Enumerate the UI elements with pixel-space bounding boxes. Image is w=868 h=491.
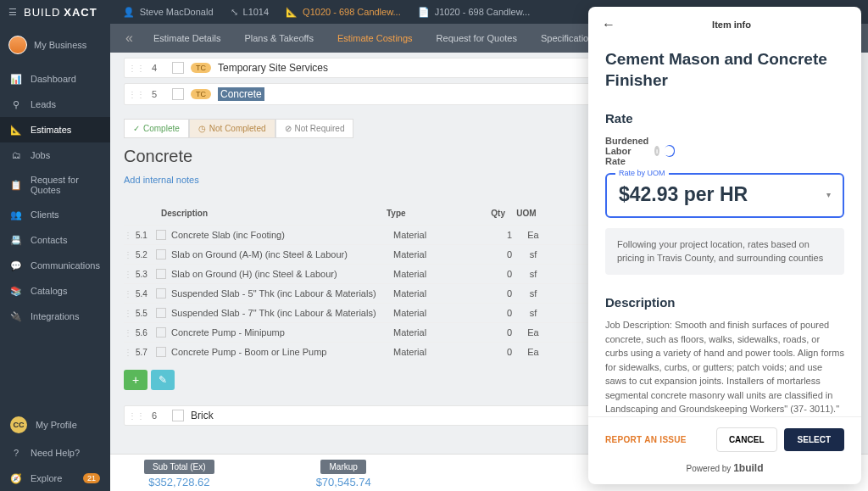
clients-icon: 👥 — [10, 209, 22, 220]
item-qty: 1 — [478, 230, 512, 240]
report-issue-link[interactable]: REPORT AN ISSUE — [605, 435, 687, 444]
subtotal-value: $352,728.62 — [144, 476, 214, 488]
drag-handle-icon[interactable]: ⋮⋮ — [124, 348, 136, 357]
item-type: Material — [393, 230, 478, 240]
status-complete[interactable]: ✓Complete — [124, 119, 189, 138]
item-uom: sf — [512, 288, 554, 299]
drag-handle-icon[interactable]: ⋮⋮ — [124, 328, 136, 338]
item-uom: sf — [512, 249, 554, 259]
crumb-job[interactable]: 📄J1020 - 698 Candlew... — [418, 7, 531, 18]
crumb-lead[interactable]: ⤡L1014 — [231, 7, 270, 18]
category-checkbox[interactable] — [172, 62, 184, 74]
category-number: 4 — [152, 63, 165, 73]
item-uom: sf — [512, 308, 554, 318]
add-item-button[interactable]: + — [124, 370, 147, 390]
tab-plans-takeoffs[interactable]: Plans & Takeoffs — [232, 25, 326, 52]
tab-rfq[interactable]: Request for Quotes — [425, 25, 529, 52]
category-checkbox[interactable] — [172, 410, 184, 421]
doc-icon: 📄 — [418, 7, 430, 18]
compass-icon: 🧭 — [10, 472, 22, 484]
dashboard-icon: 📊 — [10, 73, 22, 85]
status-not-completed[interactable]: ◷Not Completed — [189, 119, 275, 138]
item-checkbox[interactable] — [156, 269, 166, 279]
drag-handle-icon[interactable]: ⋮⋮ — [128, 90, 145, 99]
item-number: 5.1 — [136, 231, 156, 240]
burdened-toggle[interactable] — [665, 145, 675, 157]
business-logo-icon — [8, 36, 27, 54]
nav-rfq[interactable]: 📋Request for Quotes — [0, 168, 110, 202]
description-heading: Description — [605, 295, 844, 310]
drag-handle-icon[interactable]: ⋮⋮ — [124, 270, 136, 279]
catalog-icon: 📚 — [10, 285, 22, 297]
user-icon: 👤 — [123, 7, 135, 18]
rate-dropdown[interactable]: Rate by UOM $42.93 per HR ▾ — [605, 173, 844, 218]
select-button[interactable]: SELECT — [784, 428, 844, 451]
nav-clients[interactable]: 👥Clients — [0, 202, 110, 227]
leads-icon: ⚲ — [10, 98, 22, 110]
item-number: 5.3 — [136, 270, 156, 279]
drag-handle-icon[interactable]: ⋮⋮ — [128, 411, 145, 421]
panel-title: Item info — [615, 20, 848, 30]
item-checkbox[interactable] — [156, 347, 166, 357]
nav-estimates[interactable]: 📐Estimates — [0, 117, 110, 142]
item-number: 5.2 — [136, 250, 156, 259]
back-arrow-icon[interactable]: ← — [602, 17, 615, 32]
footer-markup: Markup $70,545.74 — [316, 458, 371, 488]
collapse-sidebar-icon[interactable]: « — [117, 31, 142, 46]
drag-handle-icon[interactable]: ⋮⋮ — [124, 289, 136, 299]
nav-dashboard[interactable]: 📊Dashboard — [0, 66, 110, 92]
item-checkbox[interactable] — [156, 327, 166, 338]
clock-icon: ◷ — [198, 124, 206, 133]
cancel-button[interactable]: CANCEL — [716, 427, 777, 452]
nav-leads[interactable]: ⚲Leads — [0, 92, 110, 117]
business-selector[interactable]: My Business — [0, 24, 110, 66]
nav-catalogs[interactable]: 📚Catalogs — [0, 278, 110, 304]
item-uom: Ea — [512, 230, 554, 240]
col-uom: UOM — [505, 209, 548, 218]
item-type: Material — [393, 327, 478, 338]
drag-handle-icon[interactable]: ⋮⋮ — [128, 64, 145, 73]
item-checkbox[interactable] — [156, 249, 166, 259]
crumb-quote[interactable]: 📐Q1020 - 698 Candlew... — [286, 7, 401, 18]
ruler-icon: 📐 — [286, 7, 298, 18]
drag-handle-icon[interactable]: ⋮⋮ — [124, 231, 136, 240]
tab-estimate-costings[interactable]: Estimate Costings — [326, 25, 425, 52]
nav-profile[interactable]: CCMy Profile — [0, 410, 110, 440]
help-icon: ? — [10, 447, 22, 459]
status-not-required[interactable]: ⊘Not Required — [275, 119, 354, 138]
item-checkbox[interactable] — [156, 288, 166, 299]
block-icon: ⊘ — [285, 124, 292, 133]
nav-communications[interactable]: 💬Communications — [0, 253, 110, 278]
category-pill: TC — [191, 89, 211, 99]
menu-icon[interactable]: ☰ — [8, 7, 17, 18]
subtotal-label: Sub Total (Ex) — [144, 460, 214, 474]
contacts-icon: 📇 — [10, 234, 22, 246]
drag-handle-icon[interactable]: ⋮⋮ — [124, 250, 136, 259]
item-type: Material — [393, 249, 478, 259]
item-info-panel: ← Item info Cement Mason and Concrete Fi… — [588, 7, 861, 484]
item-description: Suspended Slab - 5" Thk (inc Labour & Ma… — [171, 288, 393, 299]
info-icon[interactable]: i — [654, 146, 659, 156]
nav-explore[interactable]: 🧭Explore21 — [0, 466, 110, 491]
item-number: 5.7 — [136, 348, 156, 357]
tab-estimate-details[interactable]: Estimate Details — [142, 25, 232, 52]
crumb-user[interactable]: 👤Steve MacDonald — [123, 7, 214, 18]
nav-integrations[interactable]: 🔌Integrations — [0, 304, 110, 329]
burdened-label: Burdened Labor Rate — [605, 136, 649, 166]
category-number: 5 — [152, 89, 165, 99]
category-checkbox[interactable] — [172, 88, 184, 100]
rate-legend: Rate by UOM — [615, 169, 669, 177]
nav-jobs[interactable]: 🗂Jobs — [0, 142, 110, 168]
item-qty: 0 — [478, 308, 512, 318]
breadcrumb: 👤Steve MacDonald ⤡L1014 📐Q1020 - 698 Can… — [123, 7, 531, 18]
markup-value: $70,545.74 — [316, 476, 371, 488]
edit-item-button[interactable]: ✎ — [151, 370, 175, 390]
item-checkbox[interactable] — [156, 230, 166, 240]
chevron-down-icon: ▾ — [826, 190, 831, 199]
drag-handle-icon[interactable]: ⋮⋮ — [124, 309, 136, 318]
item-checkbox[interactable] — [156, 308, 166, 318]
nav-help[interactable]: ?Need Help? — [0, 440, 110, 466]
item-qty: 0 — [478, 327, 512, 338]
nav-contacts[interactable]: 📇Contacts — [0, 227, 110, 253]
col-description: Description — [124, 209, 387, 218]
